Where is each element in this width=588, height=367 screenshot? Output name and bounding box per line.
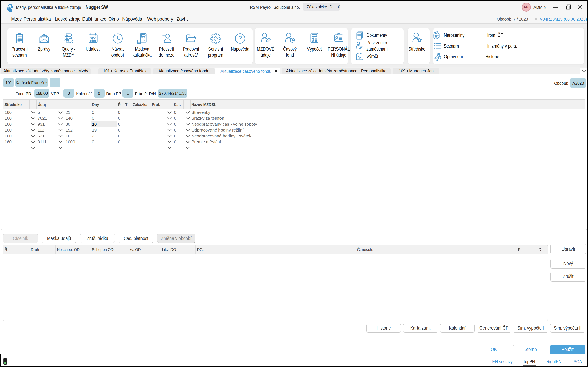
svg-text:?: ? (238, 35, 242, 42)
svg-text:$: $ (9, 5, 11, 9)
